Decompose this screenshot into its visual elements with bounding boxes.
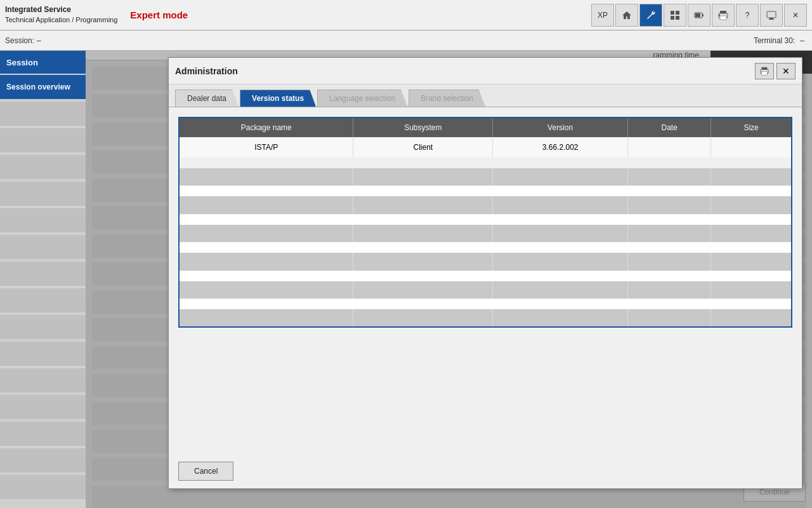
sidebar-item-session-overview[interactable]: Session overview (0, 75, 86, 99)
table-row: ISTA/P Client 3.66.2.002 (179, 137, 792, 157)
top-bar: Integrated Service Technical Application… (0, 0, 812, 30)
toolbar-help-button[interactable]: ? (736, 4, 759, 27)
svg-rect-10 (719, 15, 720, 16)
dialog-header: Administration ✕ (169, 58, 802, 84)
table-row (179, 281, 792, 299)
table-gap (179, 214, 792, 225)
sidebar-empty-10 (0, 342, 86, 366)
tab-version-status[interactable]: Version status (240, 90, 316, 107)
tab-version-status-label: Version status (252, 94, 304, 103)
dialog-footer: Cancel (169, 454, 802, 488)
dialog-print-button[interactable] (755, 63, 774, 79)
svg-rect-6 (695, 13, 700, 17)
terminal-label: Terminal 30: (754, 36, 795, 45)
dialog-body: Package name Subsystem Version Date Size… (169, 107, 802, 454)
session-row: Session: – Terminal 30: – (0, 30, 812, 51)
table-row (179, 225, 792, 243)
col-version: Version (493, 117, 628, 137)
svg-rect-0 (671, 11, 674, 15)
dialog-tabs: Dealer data Version status Language sele… (169, 84, 802, 107)
table-row (179, 168, 792, 186)
cell-date (628, 137, 711, 157)
col-subsystem: Subsystem (353, 117, 493, 137)
cell-package: ISTA/P (179, 137, 353, 157)
sidebar-empty-13 (0, 422, 86, 446)
sidebar-empty-2 (0, 128, 86, 152)
sidebar-empty-8 (0, 288, 86, 312)
session-label: Session: (5, 36, 34, 45)
app-title: Integrated Service Technical Application… (5, 4, 117, 25)
tab-language-selection[interactable]: Language selection (317, 90, 407, 107)
table-gap (179, 186, 792, 197)
session-value: – (37, 36, 41, 45)
svg-rect-1 (676, 11, 679, 15)
tab-brand-selection-label: Brand selection (421, 94, 473, 103)
sidebar-empty-12 (0, 395, 86, 419)
svg-rect-9 (720, 16, 726, 20)
sidebar-empty-4 (0, 182, 86, 206)
svg-rect-16 (762, 71, 768, 74)
svg-rect-5 (702, 14, 704, 17)
table-row (179, 309, 792, 327)
version-table: Package name Subsystem Version Date Size… (178, 117, 792, 328)
dialog-close-button[interactable]: ✕ (776, 63, 796, 79)
toolbar-print-button[interactable] (712, 4, 735, 27)
sidebar-header: Session (0, 51, 86, 74)
app-title-line2: Technical Application / Programming (5, 15, 117, 25)
toolbar-battery-button[interactable] (688, 4, 710, 27)
table-gap (179, 243, 792, 253)
sidebar: Session Session overview (0, 51, 86, 508)
table-row (179, 253, 792, 271)
expert-mode-label: Expert mode (130, 10, 188, 20)
toolbar-home-button[interactable] (615, 4, 638, 27)
table-gap (179, 271, 792, 281)
tab-brand-selection[interactable]: Brand selection (409, 90, 485, 107)
toolbar: XP ? ✕ (591, 4, 807, 27)
sidebar-empty-6 (0, 235, 86, 259)
cell-subsystem: Client (353, 137, 493, 157)
toolbar-monitor-button[interactable] (760, 4, 783, 27)
table-header-row: Package name Subsystem Version Date Size (179, 117, 792, 137)
col-package-name: Package name (179, 117, 353, 137)
svg-rect-3 (676, 16, 679, 20)
sidebar-empty-5 (0, 208, 86, 232)
cell-version: 3.66.2.002 (493, 137, 628, 157)
sidebar-header-label: Session (6, 58, 38, 67)
tab-language-selection-label: Language selection (329, 94, 395, 103)
app-title-line1: Integrated Service (5, 4, 117, 15)
tab-dealer-data-label: Dealer data (187, 94, 226, 103)
table-gap (179, 299, 792, 310)
sidebar-item-session-overview-label: Session overview (6, 83, 70, 91)
modal-overlay: Administration ✕ Dealer data Version sta… (86, 51, 812, 508)
terminal-value: – (800, 36, 804, 45)
sidebar-empty-3 (0, 155, 86, 179)
toolbar-xp-button[interactable]: XP (591, 4, 614, 27)
col-date: Date (628, 117, 711, 137)
svg-rect-13 (769, 19, 774, 20)
tab-dealer-data[interactable]: Dealer data (175, 90, 239, 107)
cell-size (711, 137, 792, 157)
right-area: ramming time (86, 51, 812, 508)
table-separator-row (179, 157, 792, 168)
svg-rect-14 (762, 67, 768, 69)
table-row (179, 196, 792, 214)
sidebar-empty-9 (0, 315, 86, 339)
toolbar-wrench-button[interactable] (639, 4, 662, 27)
svg-rect-11 (767, 11, 776, 18)
sidebar-empty-15 (0, 475, 86, 499)
main-area: Session Session overview ramming time (0, 51, 812, 508)
col-size: Size (711, 117, 792, 137)
cancel-button[interactable]: Cancel (178, 462, 233, 481)
sidebar-empty-7 (0, 262, 86, 286)
dialog-title: Administration (175, 66, 752, 76)
sidebar-empty-11 (0, 368, 86, 392)
svg-rect-7 (720, 11, 726, 13)
toolbar-close-button[interactable]: ✕ (784, 4, 807, 27)
svg-rect-2 (671, 16, 674, 20)
toolbar-grid-button[interactable] (664, 4, 686, 27)
sidebar-empty-1 (0, 102, 86, 126)
svg-rect-12 (769, 18, 773, 19)
sidebar-empty-14 (0, 448, 86, 472)
administration-dialog: Administration ✕ Dealer data Version sta… (168, 57, 802, 489)
